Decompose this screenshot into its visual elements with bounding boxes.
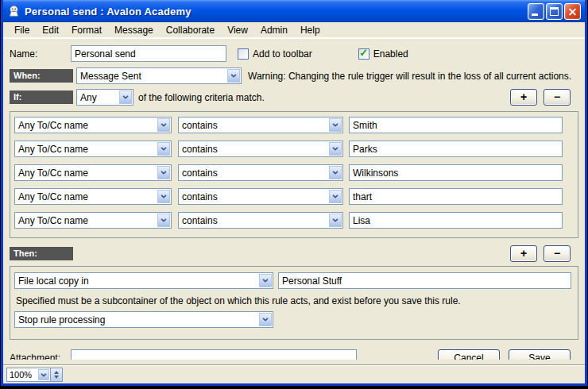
chevron-down-icon bbox=[38, 369, 49, 380]
enabled-label: Enabled bbox=[373, 48, 408, 60]
when-warning-text: Warning: Changing the rule trigger will … bbox=[248, 71, 571, 82]
criterion-operator-dropdown[interactable]: contains bbox=[178, 188, 343, 205]
criterion-field-dropdown[interactable]: Any To/Cc name bbox=[14, 117, 172, 133]
menu-message[interactable]: Message bbox=[108, 23, 160, 37]
chevron-down-icon bbox=[227, 69, 240, 83]
criterion-field-dropdown[interactable]: Any To/Cc name bbox=[14, 188, 172, 205]
title-bar[interactable]: Personal send : Avalon Academy bbox=[3, 0, 585, 22]
maximize-button[interactable] bbox=[546, 3, 563, 20]
zoom-dropdown[interactable]: 100% bbox=[6, 368, 51, 382]
add-to-toolbar-label: Add to toolbar bbox=[253, 48, 312, 60]
criterion-operator-dropdown[interactable]: contains bbox=[178, 164, 343, 181]
when-label: When: bbox=[10, 69, 73, 83]
when-trigger-dropdown[interactable]: Message Sent bbox=[76, 67, 242, 84]
attachment-row: Attachment: Cancel Save bbox=[10, 349, 578, 360]
criteria-row: Any To/Cc name contains bbox=[14, 164, 574, 181]
menu-file[interactable]: File bbox=[8, 23, 36, 37]
add-criterion-button[interactable]: + bbox=[510, 89, 537, 106]
rule-name-input[interactable] bbox=[71, 45, 226, 62]
chevron-down-icon bbox=[119, 91, 132, 104]
name-label: Name: bbox=[10, 48, 71, 60]
chevron-down-icon bbox=[329, 166, 342, 179]
action-target-input[interactable] bbox=[278, 272, 571, 289]
chevron-down-icon bbox=[329, 142, 342, 156]
criterion-field-dropdown[interactable]: Any To/Cc name bbox=[14, 212, 172, 229]
if-match-dropdown[interactable]: Any bbox=[76, 89, 133, 106]
chevron-down-icon bbox=[329, 214, 342, 227]
chevron-down-icon bbox=[157, 190, 170, 203]
criterion-value-input[interactable] bbox=[349, 164, 563, 181]
add-to-toolbar-checkbox[interactable] bbox=[238, 48, 249, 60]
chevron-down-icon bbox=[157, 142, 170, 156]
chevron-down-icon bbox=[329, 190, 342, 203]
menu-collaborate[interactable]: Collaborate bbox=[160, 23, 221, 37]
screen: Personal send : Avalon Academy File Edit… bbox=[0, 0, 588, 389]
criterion-value-input[interactable] bbox=[349, 212, 563, 229]
criterion-operator-dropdown[interactable]: contains bbox=[178, 141, 343, 157]
criteria-row: Any To/Cc name contains bbox=[14, 141, 574, 157]
criteria-row: Any To/Cc name contains bbox=[14, 188, 574, 205]
criterion-value-input[interactable] bbox=[349, 117, 563, 133]
actions-panel: File local copy in Specified must be a s… bbox=[10, 266, 578, 340]
criterion-value-input[interactable] bbox=[349, 188, 563, 205]
add-action-button[interactable]: + bbox=[510, 245, 537, 262]
chevron-down-icon bbox=[259, 313, 272, 326]
if-suffix-text: of the following criteria match. bbox=[138, 92, 265, 103]
remove-action-button[interactable]: − bbox=[544, 245, 571, 262]
chevron-down-icon bbox=[157, 214, 170, 227]
if-match-value: Any bbox=[80, 92, 97, 103]
subcontainer-note: Specified must be a subcontainer of the … bbox=[16, 295, 571, 306]
when-trigger-value: Message Sent bbox=[80, 71, 141, 82]
zoom-spinner[interactable] bbox=[51, 368, 63, 382]
close-button[interactable] bbox=[564, 3, 581, 20]
menu-format[interactable]: Format bbox=[65, 23, 108, 37]
chevron-down-icon bbox=[157, 166, 170, 179]
criteria-panel: Any To/Cc name contains Any To/Cc name bbox=[10, 111, 578, 238]
save-button[interactable]: Save bbox=[509, 349, 571, 360]
menu-admin[interactable]: Admin bbox=[254, 23, 294, 37]
status-bar: 100% bbox=[3, 366, 585, 383]
final-action-row: Stop rule processing bbox=[14, 311, 571, 328]
final-action-dropdown[interactable]: Stop rule processing bbox=[14, 311, 273, 328]
minimize-icon bbox=[532, 13, 538, 16]
rule-form: Name: Add to toolbar ✓ Enabled When: Mes… bbox=[3, 39, 585, 360]
attachment-label: Attachment: bbox=[10, 352, 71, 360]
criteria-row: Any To/Cc name contains bbox=[14, 212, 574, 229]
menu-edit[interactable]: Edit bbox=[36, 23, 65, 37]
action-type-dropdown[interactable]: File local copy in bbox=[14, 272, 273, 289]
maximize-icon bbox=[550, 7, 559, 16]
window-title: Personal send : Avalon Academy bbox=[25, 6, 191, 17]
menu-bar: File Edit Format Message Collaborate Vie… bbox=[3, 22, 585, 39]
zoom-value: 100% bbox=[10, 370, 32, 379]
attachment-input[interactable] bbox=[71, 349, 357, 360]
criteria-row: Any To/Cc name contains bbox=[14, 117, 574, 133]
cancel-button[interactable]: Cancel bbox=[438, 349, 500, 360]
then-label: Then: bbox=[10, 247, 73, 260]
criterion-field-dropdown[interactable]: Any To/Cc name bbox=[14, 164, 172, 181]
criterion-operator-dropdown[interactable]: contains bbox=[178, 212, 343, 229]
check-icon: ✓ bbox=[359, 48, 368, 58]
glove-icon bbox=[7, 5, 21, 18]
spinner-down-icon bbox=[54, 376, 59, 379]
spinner-up-icon bbox=[54, 371, 59, 374]
menu-help[interactable]: Help bbox=[294, 23, 327, 37]
name-row: Name: Add to toolbar ✓ Enabled bbox=[10, 45, 578, 62]
if-label: If: bbox=[10, 91, 73, 104]
chevron-down-icon bbox=[157, 118, 170, 132]
then-row: Then: + − bbox=[10, 245, 578, 262]
if-row: If: Any of the following criteria match.… bbox=[10, 89, 578, 106]
chevron-down-icon bbox=[259, 274, 272, 287]
criterion-field-dropdown[interactable]: Any To/Cc name bbox=[14, 141, 172, 157]
criterion-operator-dropdown[interactable]: contains bbox=[178, 117, 343, 133]
criterion-value-input[interactable] bbox=[349, 141, 563, 157]
remove-criterion-button[interactable]: − bbox=[544, 89, 571, 106]
action-row: File local copy in bbox=[14, 272, 571, 289]
enabled-checkbox[interactable]: ✓ bbox=[358, 48, 369, 60]
when-row: When: Message Sent Warning: Changing the… bbox=[10, 67, 578, 84]
menu-view[interactable]: View bbox=[221, 23, 254, 37]
rule-editor-window: Personal send : Avalon Academy File Edit… bbox=[1, 0, 587, 386]
chevron-down-icon bbox=[329, 118, 342, 132]
minimize-button[interactable] bbox=[528, 3, 544, 20]
